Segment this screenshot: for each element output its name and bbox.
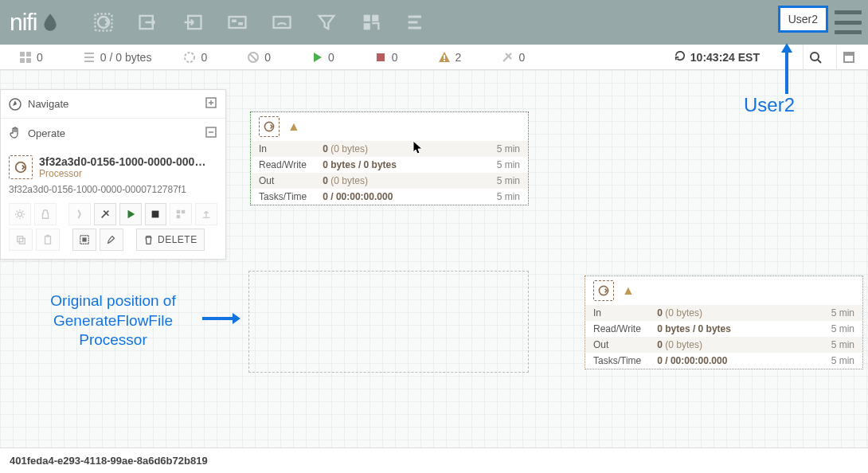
refresh-icon <box>674 50 686 64</box>
processor-b-stats: In0 (0 bytes)5 min Read/Write0 bytes / 0… <box>585 305 862 369</box>
transmitting-icon <box>183 51 196 64</box>
table-row: Tasks/Time0 / 00:00:00.0005 min <box>585 353 862 369</box>
annotation-ghost-caption: Original position of GenerateFlowFile Pr… <box>25 291 201 350</box>
flow-canvas[interactable]: Navigate Operate 3f32a3d0-0156-1000-0000… <box>0 70 868 448</box>
side-palette: Navigate Operate 3f32a3d0-0156-1000-0000… <box>0 89 226 260</box>
svg-rect-32 <box>19 238 25 244</box>
operate-label: Operate <box>28 127 65 139</box>
svg-rect-28 <box>177 210 180 213</box>
svg-point-14 <box>185 53 194 62</box>
svg-rect-33 <box>45 236 51 244</box>
disable-button[interactable] <box>94 203 116 225</box>
stat-not-transmitting-value: 0 <box>264 51 271 64</box>
operate-panel-body: 3f32a3d0-0156-1000-0000-0000… Processor … <box>1 147 225 259</box>
add-template-icon[interactable] <box>349 6 393 38</box>
table-row: In0 (0 bytes)5 min <box>251 141 528 157</box>
running-icon <box>311 51 323 64</box>
processor-a-stats: In0 (0 bytes)5 min Read/Write0 bytes / 0… <box>251 141 528 205</box>
group-button[interactable] <box>72 229 96 251</box>
svg-point-26 <box>18 212 22 216</box>
copy-button[interactable] <box>9 229 33 251</box>
selected-item-title: 3f32a3d0-0156-1000-0000-0000… <box>39 155 210 168</box>
processor-a[interactable]: ▲ In0 (0 bytes)5 min Read/Write0 bytes /… <box>250 111 529 205</box>
svg-rect-17 <box>444 55 445 59</box>
svg-rect-5 <box>239 22 244 25</box>
stat-disabled: 0 <box>501 51 525 64</box>
header-right: User2 <box>778 0 862 45</box>
bulletin-icon <box>843 51 855 64</box>
svg-rect-7 <box>364 15 370 22</box>
processor-b[interactable]: ▲ In0 (0 bytes)5 min Read/Write0 bytes /… <box>585 276 863 369</box>
table-row: Read/Write0 bytes / 0 bytes5 min <box>585 321 862 337</box>
template-button[interactable] <box>170 203 192 225</box>
delete-label: DELETE <box>158 234 197 245</box>
processor-type-icon <box>593 280 614 301</box>
stat-disabled-value: 0 <box>518 51 525 64</box>
delete-button[interactable]: DELETE <box>136 229 205 251</box>
not-transmitting-icon <box>247 51 260 64</box>
invalid-icon <box>438 51 451 64</box>
stat-threads: 0 <box>19 51 43 64</box>
paste-button[interactable] <box>36 229 60 251</box>
stat-transmitting-value: 0 <box>201 51 207 64</box>
add-output-port-icon[interactable] <box>170 6 215 38</box>
queued-icon <box>83 51 96 64</box>
threads-icon <box>19 51 32 64</box>
ghost-original-position <box>248 271 529 373</box>
add-remote-group-icon[interactable] <box>260 6 304 38</box>
svg-rect-18 <box>444 60 445 61</box>
stat-invalid: 2 <box>438 51 462 64</box>
add-processor-icon[interactable] <box>81 6 126 38</box>
add-input-port-icon[interactable] <box>126 6 170 38</box>
global-menu-icon[interactable] <box>835 10 862 34</box>
stat-threads-value: 0 <box>37 51 43 64</box>
stat-not-transmitting: 0 <box>247 51 271 64</box>
breadcrumb-root[interactable]: 401feda4-e293-4118-99ae-8a6d6b72b819 <box>10 455 208 467</box>
collapse-icon[interactable] <box>205 126 217 141</box>
svg-rect-27 <box>152 211 159 218</box>
last-refresh-time: 10:43:24 EST <box>690 51 760 64</box>
search-button[interactable] <box>803 45 827 70</box>
svg-rect-8 <box>373 15 379 22</box>
selected-item-uuid: 3f32a3d0-0156-1000-0000-0000712787f1 <box>9 184 217 195</box>
svg-rect-4 <box>232 20 237 23</box>
bulletin-button[interactable] <box>836 45 860 70</box>
configure-button[interactable] <box>9 203 31 225</box>
policies-button[interactable] <box>34 203 57 225</box>
operate-panel-header[interactable]: Operate <box>1 119 225 147</box>
breadcrumb-bar: 401feda4-e293-4118-99ae-8a6d6b72b819 <box>0 448 868 473</box>
status-bar-right: 10:43:24 EST <box>674 45 860 69</box>
current-user-name: User2 <box>788 13 818 25</box>
processor-type-icon <box>9 155 33 179</box>
color-button[interactable] <box>100 229 123 251</box>
stat-invalid-value: 2 <box>456 51 462 64</box>
add-label-icon[interactable] <box>393 6 438 38</box>
drop-icon <box>40 12 61 33</box>
stat-queued-value: 0 / 0 bytes <box>100 51 152 64</box>
table-row: Tasks/Time0 / 00:00:00.0005 min <box>251 189 528 205</box>
logo-text: nifi <box>10 9 37 36</box>
add-process-group-icon[interactable] <box>215 6 260 38</box>
svg-rect-31 <box>18 236 23 242</box>
svg-point-19 <box>811 53 819 61</box>
app-logo: nifi <box>10 9 61 36</box>
expand-icon[interactable] <box>205 96 217 111</box>
trash-icon <box>143 235 154 245</box>
upload-template-button[interactable] <box>195 203 217 225</box>
selected-item-type: Processor <box>39 168 210 179</box>
table-row: Out0 (0 bytes)5 min <box>251 173 528 189</box>
navigate-panel-header[interactable]: Navigate <box>1 90 225 119</box>
add-funnel-icon[interactable] <box>304 6 349 38</box>
app-header: nifi User2 <box>0 0 868 45</box>
current-user[interactable]: User2 <box>778 6 828 33</box>
enable-button[interactable] <box>68 203 91 225</box>
svg-rect-21 <box>844 53 854 56</box>
svg-rect-12 <box>20 58 25 63</box>
start-button[interactable] <box>119 203 142 225</box>
stop-button[interactable] <box>145 203 167 225</box>
last-refresh: 10:43:24 EST <box>674 50 760 64</box>
table-row: Out0 (0 bytes)5 min <box>585 337 862 353</box>
svg-rect-9 <box>364 23 370 29</box>
stat-running-value: 0 <box>328 51 334 64</box>
hand-icon <box>9 127 22 139</box>
